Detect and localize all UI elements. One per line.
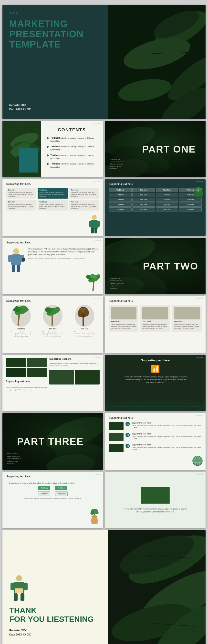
flow-arrow-2: → [52,492,54,495]
slide15-person [9,575,101,602]
row-7-8: ⊞ LOGO Supporting text here. Text here C… [3,296,205,353]
slide-2-contents: ⊞ LOGO CONTENTS Text here Adjust the spa… [3,121,103,178]
oval-item-3: Text here Choose the only option to reta… [73,305,95,337]
slide5-header-row: Text here Text here Text here Text here [109,188,202,192]
svg-rect-34 [12,264,15,272]
flow-arrow-1: → [52,486,54,489]
slide-11-part-three: Choose the only option to retain text Ad… [3,413,103,470]
slide15-right [108,530,205,644]
slide9-right: Supporting text here Theme color makes P… [49,358,99,408]
slide1-dots [9,12,101,14]
num-circle-1: 01 [126,422,130,426]
slide6b-sub: Choose the only option to retain text Ad… [110,277,124,290]
svg-point-28 [197,189,199,192]
row-11-12: Choose the only option to retain text Ad… [3,413,205,470]
slide5-cell-1-1: Text here [132,198,155,202]
slide6a-palm [86,273,100,293]
contents-item-2: Text here Adjust the spacing to adapt to… [47,145,97,151]
wifi-icon: 📶 [151,364,160,373]
slide-9-phone: ⊞ LOGO Supporting text here. Theme color… [3,355,103,411]
num-circle-2: 02 [126,433,130,437]
slide6b-text: PART TWO [143,261,198,272]
svg-rect-30 [11,254,21,265]
svg-rect-22 [91,228,94,234]
dot-2 [13,12,14,14]
slide1-right-panel [108,5,205,119]
slide4-title: Supporting text here. [6,183,99,186]
num-subtitle-3: Supporting text here. [132,444,202,446]
slide5-row-4: Text here Text here Text here Text here [109,207,202,212]
slide5-cell-3-0: Text here [109,207,132,212]
slide-8-cards: ⊞ LOGO Supporting text here. Text here T… [105,296,205,353]
slide1-leaves-decoration [108,5,205,119]
svg-point-59 [78,310,82,317]
slide8-logo: ⊞ LOGO [196,298,203,300]
slide4-row2: Text here Choose the only option to reta… [6,200,99,210]
slide7-title: Supporting text here. [6,300,99,302]
slide2-heading: CONTENTS [47,128,97,132]
svg-rect-21 [97,221,100,227]
slide4-box-2-2: Text here Choose the only option to reta… [38,200,68,210]
slide9-logo: ⊞ LOGO [94,356,101,358]
slide9-left-support: Supporting text here. [6,380,47,383]
slide2-logo: ⊞ LOGO [94,122,101,124]
slide1-reporter: Reporter XXX [9,103,101,108]
row-4-5: ⊞ LOGO Supporting text here. Text here C… [3,179,205,236]
svg-point-87 [16,575,22,581]
oval-label-2: Text here [49,328,57,330]
slide3-part-text: PART ONE [142,144,196,155]
slide9-img-4 [27,368,47,378]
card-img-3 [174,307,200,320]
card-label-2: Text here [142,320,168,322]
slide5-title: Supporting text here. [109,183,202,186]
num-desc-3: Theme color only option to retain text. … [132,447,202,451]
slide5-cell-3-1: Text here [132,207,155,212]
slide15-leaves [108,530,205,644]
svg-point-60 [84,309,89,316]
slide11-sub: Choose the only option to retain text Ad… [7,452,21,465]
slide13-bottom: Choose the only option to retain text Ad… [9,498,97,499]
card-desc-2: Theme color only option to retain text. … [142,324,168,330]
slide9-img-3 [6,368,26,378]
slide10-icon-area: 📶 [110,364,201,373]
slide6a-person [6,248,26,278]
slide13-content: Choose the only option to retain text Ad… [6,480,99,501]
svg-line-68 [139,397,154,411]
slide13-logo: ⊞ LOGO [94,473,101,475]
svg-rect-33 [22,258,25,262]
slide5-cell-1-0: Text here [109,198,132,202]
slide10-grid-lines [105,397,205,411]
num-text-3: Supporting text here. Theme color only o… [132,444,202,451]
slide-5-table: ⊞ LOGO Supporting text here. Text here T… [105,179,205,236]
slide14-img-area [109,487,202,504]
slide4-box-1-2: Text here Choose the only option to reta… [38,188,68,198]
svg-rect-20 [89,221,91,227]
slide1-title: MARKETING PRESENTATION TEMPLATE [9,19,101,50]
svg-rect-19 [90,220,98,229]
slide5-row-3: Text here Text here Text here Text here [109,202,202,207]
slide11-text: PART THREE [17,436,84,447]
slide15-left: THANK FOR YOU LIESTENING Reporter XXX Da… [3,530,108,644]
contents-text-2: Text here Adjust the spacing to adapt to… [51,145,97,151]
slide9-left-desc: Theme color makes PPT more convenient to… [6,387,47,391]
slide9-img-grid2 [49,370,99,384]
slide1-left-panel: MARKETING PRESENTATION TEMPLATE Reporter… [3,5,108,119]
oval-desc-2: Choose the only option to retain text. A… [42,331,64,337]
slide9-left: Supporting text here. Theme color makes … [6,358,47,408]
slide-14-green: ⊞ LOGO Theme color makes PPT more conven… [105,472,205,528]
card-item-2: Text here Theme color only option to ret… [140,305,170,332]
svg-rect-92 [15,588,23,590]
card-item-3: Text here Theme color only option to ret… [172,305,202,332]
slide5-hdr-0: Text here [109,188,132,192]
num-subtitle-2: Supporting text here. [132,433,202,435]
slide9-img-6 [75,370,99,384]
card-img-1 [111,307,137,320]
contents-item-4: Text here Adjust the spacing to adapt to… [47,162,97,168]
slide4-box-1-3: Text here Choose the only option to reta… [69,188,99,198]
oval-label-1: Text here [17,328,25,330]
slide5-hdr-2: Text here [156,188,178,192]
slide1-reporter-info: Reporter XXX Date 202X XX XX [9,98,101,112]
svg-point-29 [13,248,19,254]
slide6a-logo: ⊞ LOGO [94,239,101,241]
svg-rect-90 [24,582,28,590]
